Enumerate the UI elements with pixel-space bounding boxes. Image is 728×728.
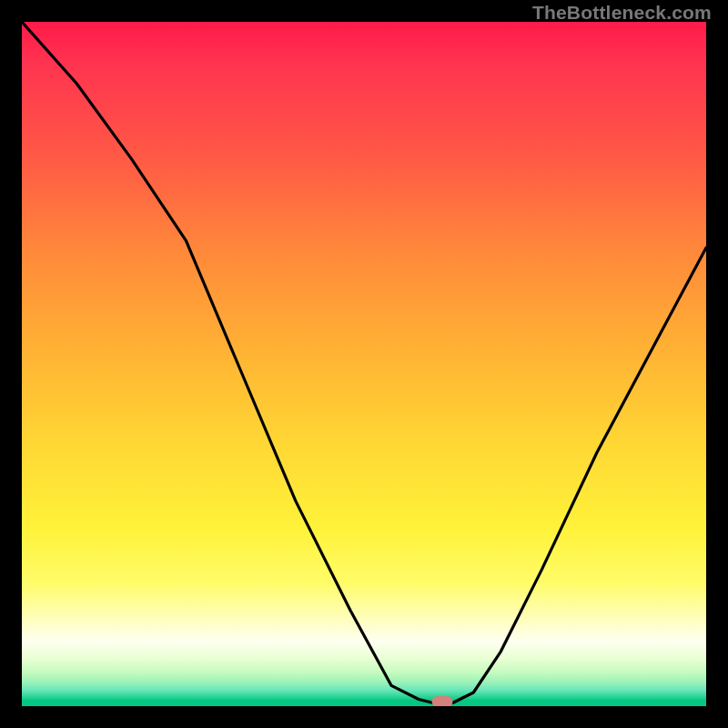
bottleneck-curve [22,22,706,703]
chart-container: TheBottleneck.com [0,0,728,728]
curve-svg [22,22,706,706]
plot-area [22,22,706,706]
watermark-text: TheBottleneck.com [532,2,712,24]
optimal-marker [432,696,453,706]
